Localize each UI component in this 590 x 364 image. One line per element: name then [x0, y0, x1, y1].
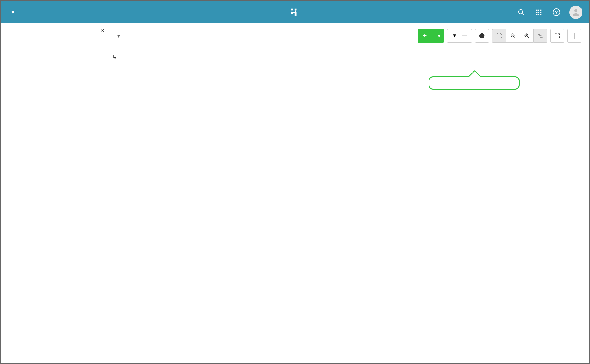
svg-line-17 — [514, 36, 515, 38]
zoom-out-icon — [510, 33, 516, 39]
fullscreen-button[interactable] — [550, 29, 564, 43]
gantt-icon — [537, 33, 544, 38]
help-icon: ? — [552, 8, 560, 16]
create-dropdown-icon: ▾ — [434, 33, 440, 39]
zoom-button-group — [492, 29, 547, 43]
search-button[interactable] — [516, 8, 526, 17]
svg-line-20 — [527, 36, 529, 38]
top-bar: ▼ ? — [1, 1, 589, 23]
user-icon — [571, 8, 581, 17]
sidebar-collapse-button[interactable]: « — [101, 26, 104, 34]
modules-button[interactable] — [534, 8, 544, 17]
plus-icon: + — [423, 32, 427, 40]
brackets-icon — [496, 33, 502, 39]
zoom-auto-button[interactable] — [492, 29, 506, 43]
info-icon: i — [479, 33, 485, 39]
filter-icon: ▼ — [452, 33, 457, 39]
filter-button[interactable]: ▼ — [447, 29, 472, 43]
svg-point-13 — [574, 9, 577, 12]
grid-icon — [535, 9, 542, 16]
gantt-header — [202, 47, 589, 67]
sidebar: « — [1, 23, 108, 363]
svg-point-0 — [519, 10, 523, 14]
title-dropdown-icon: ▾ — [117, 33, 120, 39]
main-content: ▾ + ▾ ▼ i — [108, 23, 589, 363]
create-button[interactable]: + ▾ — [418, 29, 444, 43]
svg-rect-9 — [538, 14, 539, 15]
subject-column: ↳ — [108, 47, 202, 363]
svg-rect-24 — [539, 35, 541, 36]
help-button[interactable]: ? — [552, 8, 561, 17]
details-button[interactable]: i — [475, 29, 489, 43]
svg-rect-23 — [538, 34, 540, 35]
svg-line-1 — [522, 13, 524, 15]
project-selector[interactable]: ▼ — [8, 10, 15, 15]
svg-rect-4 — [540, 10, 542, 11]
svg-rect-3 — [538, 10, 539, 11]
svg-rect-25 — [540, 37, 542, 38]
user-avatar[interactable] — [569, 6, 582, 19]
gantt-toggle-button[interactable] — [533, 29, 547, 43]
gantt-chart[interactable] — [202, 47, 589, 363]
page-title[interactable]: ▾ — [116, 33, 120, 39]
svg-rect-8 — [536, 14, 538, 15]
zoom-out-button[interactable] — [506, 29, 520, 43]
subject-header[interactable]: ↳ — [108, 47, 202, 67]
zoom-in-icon — [524, 33, 530, 39]
fullscreen-icon — [554, 33, 560, 39]
svg-rect-7 — [540, 12, 542, 13]
svg-rect-5 — [536, 12, 538, 13]
zoom-in-button[interactable] — [520, 29, 533, 43]
brand-logo — [288, 7, 302, 18]
kebab-icon: ⋮ — [571, 32, 577, 39]
openproject-icon — [288, 7, 299, 18]
svg-rect-6 — [538, 12, 539, 13]
svg-text:i: i — [481, 34, 482, 38]
caret-down-icon: ▼ — [11, 10, 15, 15]
svg-rect-2 — [536, 10, 538, 11]
hierarchy-icon: ↳ — [112, 54, 117, 60]
svg-text:?: ? — [555, 9, 558, 15]
filter-count-badge — [462, 35, 467, 36]
svg-rect-10 — [540, 14, 542, 15]
toolbar: ▾ + ▾ ▼ i — [108, 23, 589, 47]
search-icon — [518, 9, 525, 16]
gantt-body[interactable] — [202, 67, 589, 363]
more-menu-button[interactable]: ⋮ — [567, 29, 581, 43]
